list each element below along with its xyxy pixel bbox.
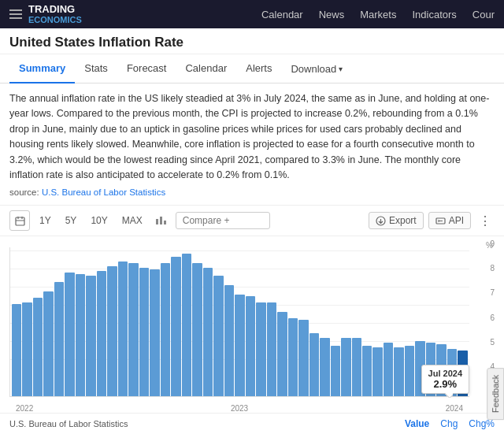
nav-news[interactable]: News bbox=[319, 9, 345, 20]
header: TRADING ECONOMICS Calendar News Markets … bbox=[0, 0, 504, 28]
logo-trading: TRADING bbox=[28, 4, 82, 15]
bar[interactable] bbox=[320, 338, 329, 396]
bar[interactable] bbox=[298, 320, 308, 396]
source-line: source: U.S. Bureau of Labor Statistics bbox=[9, 186, 495, 200]
bar[interactable] bbox=[341, 338, 350, 396]
bar[interactable] bbox=[426, 343, 435, 396]
time-max[interactable]: MAX bbox=[117, 213, 147, 228]
nav-cour[interactable]: Cour bbox=[472, 9, 495, 20]
bar[interactable] bbox=[213, 276, 223, 396]
bar[interactable] bbox=[150, 269, 159, 396]
summary-text: The annual inflation rate in the US like… bbox=[9, 91, 495, 183]
bar[interactable] bbox=[12, 304, 21, 396]
nav-markets[interactable]: Markets bbox=[360, 9, 396, 20]
bar[interactable] bbox=[372, 347, 382, 396]
y-label-7: 7 bbox=[490, 288, 495, 297]
source-link[interactable]: U.S. Bureau of Labor Statistics bbox=[42, 187, 165, 197]
bar[interactable] bbox=[267, 302, 276, 396]
feedback-tab[interactable]: Feedback bbox=[487, 368, 504, 420]
bar[interactable] bbox=[65, 273, 74, 396]
page-title-bar: United States Inflation Rate bbox=[0, 28, 504, 54]
bar[interactable] bbox=[277, 312, 287, 396]
tab-summary[interactable]: Summary bbox=[9, 54, 75, 83]
bar[interactable] bbox=[246, 296, 255, 396]
bar[interactable] bbox=[331, 346, 340, 396]
chart-area: % 9 8 7 6 5 4 3 Jul 2024 2.9% 2022 bbox=[0, 239, 504, 413]
bar[interactable] bbox=[458, 351, 467, 396]
bar[interactable] bbox=[33, 298, 43, 396]
bar[interactable] bbox=[86, 276, 95, 396]
bar[interactable] bbox=[405, 346, 414, 396]
x-label-2024: 2024 bbox=[446, 404, 463, 413]
bar[interactable] bbox=[139, 268, 149, 396]
bar[interactable] bbox=[256, 302, 265, 396]
export-button[interactable]: Export bbox=[369, 212, 424, 229]
y-label-8: 8 bbox=[490, 264, 495, 273]
bar[interactable] bbox=[22, 302, 32, 396]
bar[interactable] bbox=[309, 333, 319, 396]
y-label-5: 5 bbox=[490, 338, 495, 347]
bar[interactable] bbox=[352, 338, 361, 396]
svg-rect-5 bbox=[160, 217, 162, 224]
header-nav: Calendar News Markets Indicators Cour bbox=[261, 9, 495, 20]
bar[interactable] bbox=[235, 295, 244, 396]
chart-container: % 9 8 7 6 5 4 3 Jul 2024 2.9% 2022 bbox=[9, 239, 495, 413]
svg-rect-4 bbox=[156, 219, 158, 224]
calendar-icon-btn[interactable] bbox=[9, 210, 30, 231]
bar[interactable] bbox=[436, 344, 446, 396]
tab-forecast[interactable]: Forecast bbox=[117, 54, 176, 83]
nav-calendar[interactable]: Calendar bbox=[261, 9, 303, 20]
footer-link-chg[interactable]: Chg bbox=[440, 418, 458, 429]
bar[interactable] bbox=[362, 346, 372, 396]
bar[interactable] bbox=[447, 349, 457, 396]
hamburger-menu[interactable] bbox=[9, 9, 22, 19]
tab-download[interactable]: Download ▾ bbox=[281, 55, 352, 83]
bar[interactable] bbox=[182, 254, 191, 396]
svg-rect-6 bbox=[164, 221, 166, 224]
x-label-2023: 2023 bbox=[231, 404, 248, 413]
x-axis-labels: 2022 2023 2024 bbox=[9, 404, 469, 413]
bar[interactable] bbox=[107, 266, 117, 396]
more-options-button[interactable]: ⋮ bbox=[476, 213, 495, 228]
summary-section: The annual inflation rate in the US like… bbox=[0, 83, 504, 205]
time-1y[interactable]: 1Y bbox=[35, 213, 56, 228]
time-5y[interactable]: 5Y bbox=[61, 213, 82, 228]
bar[interactable] bbox=[171, 257, 180, 396]
api-button[interactable]: API bbox=[428, 212, 471, 229]
chart-type-icon[interactable] bbox=[155, 214, 168, 228]
bar[interactable] bbox=[192, 263, 202, 396]
footer-link-chgpct[interactable]: Chg% bbox=[469, 418, 495, 429]
nav-indicators[interactable]: Indicators bbox=[412, 9, 456, 20]
bar[interactable] bbox=[43, 291, 53, 396]
x-label-2022: 2022 bbox=[16, 404, 33, 413]
bar[interactable] bbox=[394, 347, 403, 396]
tab-calendar[interactable]: Calendar bbox=[176, 54, 236, 83]
bar[interactable] bbox=[203, 268, 213, 396]
bar[interactable] bbox=[54, 282, 64, 396]
bar[interactable] bbox=[161, 263, 170, 396]
footer-links: Value Chg Chg% bbox=[405, 418, 495, 429]
bar[interactable] bbox=[118, 262, 128, 396]
y-label-6: 6 bbox=[490, 313, 495, 322]
bar[interactable] bbox=[97, 271, 106, 396]
compare-input[interactable] bbox=[176, 212, 270, 229]
footer-link-value[interactable]: Value bbox=[405, 418, 429, 429]
chevron-down-icon: ▾ bbox=[339, 65, 343, 73]
tab-stats[interactable]: Stats bbox=[75, 54, 117, 83]
bar[interactable] bbox=[224, 285, 234, 396]
data-source-label: U.S. Bureau of Labor Statistics bbox=[9, 419, 128, 428]
y-label-9: 9 bbox=[490, 239, 495, 248]
tabs-bar: Summary Stats Forecast Calendar Alerts D… bbox=[0, 54, 504, 83]
bar[interactable] bbox=[76, 274, 85, 396]
bar[interactable] bbox=[288, 318, 298, 396]
bar[interactable] bbox=[415, 341, 424, 396]
tab-alerts[interactable]: Alerts bbox=[236, 54, 281, 83]
bar[interactable] bbox=[384, 343, 393, 396]
logo-text: TRADING ECONOMICS bbox=[28, 4, 82, 24]
bar[interactable] bbox=[128, 263, 138, 396]
logo: TRADING ECONOMICS bbox=[9, 4, 82, 24]
svg-rect-0 bbox=[16, 217, 24, 225]
chart-toolbar: 1Y 5Y 10Y MAX Export API ⋮ bbox=[0, 205, 504, 236]
time-10y[interactable]: 10Y bbox=[86, 213, 112, 228]
logo-economics: ECONOMICS bbox=[28, 15, 82, 24]
